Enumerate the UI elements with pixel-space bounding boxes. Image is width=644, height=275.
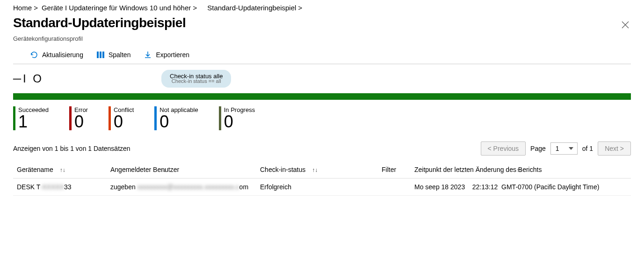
stat-bar — [219, 106, 221, 130]
page-title: Standard-Updateringbeispiel — [13, 15, 186, 30]
search-input[interactable]: ─I O — [13, 72, 43, 85]
svg-rect-2 — [102, 52, 104, 58]
redacted: xxxxxxxxx@xxxxxxxxx.xxxxxxxxx.c — [137, 183, 239, 191]
pill-bot: Check-in status == all — [170, 78, 223, 84]
refresh-icon — [30, 51, 38, 59]
download-icon — [144, 51, 152, 59]
stat-value: 0 — [114, 113, 134, 130]
sort-icon: ↑↓ — [312, 167, 318, 173]
cell-device: DESK T-XXXXX33 — [13, 178, 107, 196]
stat-bar — [69, 106, 72, 130]
table-row[interactable]: DESK T-XXXXX33 zugeben xxxxxxxxx@xxxxxxx… — [13, 178, 631, 196]
cell-user: zugeben xxxxxxxxx@xxxxxxxxx.xxxxxxxxx.co… — [107, 178, 256, 196]
stat-bar — [13, 106, 15, 130]
col-user[interactable]: Angemeldeter Benutzer↑↓ — [107, 161, 256, 178]
sort-icon: ↑↓ — [60, 167, 65, 173]
columns-button[interactable]: Spalten — [96, 51, 130, 59]
records-count: Anzeigen von 1 bis 1 von 1 Datensätzen — [13, 145, 130, 152]
table-header-row: Gerätename↑↓ Angemeldeter Benutzer↑↓ Che… — [13, 161, 631, 178]
sort-icon: ↑↓ — [516, 167, 522, 173]
stat-error[interactable]: Error 0 — [69, 106, 88, 130]
col-filter[interactable]: Filter — [378, 161, 411, 178]
svg-rect-1 — [100, 52, 101, 58]
stat-value: 1 — [18, 113, 49, 130]
stat-value: 0 — [224, 113, 255, 130]
export-button[interactable]: Exportieren — [144, 51, 189, 59]
stat-not-applicable[interactable]: Not applicable 0 — [154, 106, 198, 130]
stat-conflict[interactable]: Conflict 0 — [109, 106, 134, 130]
progress-bar — [13, 93, 631, 100]
page-subtitle: Gerätekonfigurationsprofil — [0, 34, 644, 48]
columns-label: Spalten — [109, 51, 130, 59]
stat-succeeded[interactable]: Succeeded 1 — [13, 106, 49, 130]
cell-status: Erfolgreich — [256, 178, 378, 196]
breadcrumb: Home > Geräte I Updateringe für Windows … — [0, 0, 644, 14]
col-device[interactable]: Gerätename↑↓ — [13, 161, 107, 178]
refresh-button[interactable]: Aktualisierung — [30, 51, 83, 59]
pager: < Previous Page 1 of 1 Next > — [481, 141, 631, 156]
redacted: -XXXXX — [40, 183, 64, 191]
stat-in-progress[interactable]: In Progress 0 — [219, 106, 255, 130]
page-label: Page — [530, 145, 546, 152]
page-select[interactable]: 1 — [550, 142, 578, 155]
stat-bar — [109, 106, 111, 130]
col-status[interactable]: Check-in-status↑↓ — [256, 161, 378, 178]
filter-pill[interactable]: Check-in status alle Check-in status == … — [161, 70, 231, 88]
toolbar: Aktualisierung Spalten Exportieren — [13, 48, 631, 64]
prev-button[interactable]: < Previous — [481, 141, 526, 156]
breadcrumb-devices[interactable]: Geräte I Updateringe für Windows 10 und … — [42, 4, 197, 12]
breadcrumb-current[interactable]: Standard-Updateringbeispiel > — [207, 4, 302, 12]
refresh-label: Aktualisierung — [42, 51, 83, 59]
next-button[interactable]: Next > — [598, 141, 631, 156]
close-icon[interactable] — [620, 15, 631, 34]
stat-bar — [154, 106, 157, 130]
columns-icon — [96, 51, 105, 59]
cell-time: Mo seep 18 2023 22:13:12 GMT-0700 (Pacif… — [411, 178, 631, 196]
of-label: of 1 — [582, 145, 593, 152]
stat-value: 0 — [74, 113, 88, 130]
cell-filter — [378, 178, 411, 196]
col-time[interactable]: Zeitpunkt der letzten Änderung des Beric… — [411, 161, 631, 178]
results-table: Gerätename↑↓ Angemeldeter Benutzer↑↓ Che… — [13, 161, 631, 196]
sort-icon: ↑↓ — [160, 167, 166, 173]
stat-value: 0 — [159, 113, 198, 130]
svg-rect-0 — [97, 52, 99, 58]
breadcrumb-home[interactable]: Home > — [13, 4, 38, 12]
stats-row: Succeeded 1 Error 0 Conflict 0 Not appli… — [0, 100, 644, 139]
export-label: Exportieren — [156, 51, 189, 59]
